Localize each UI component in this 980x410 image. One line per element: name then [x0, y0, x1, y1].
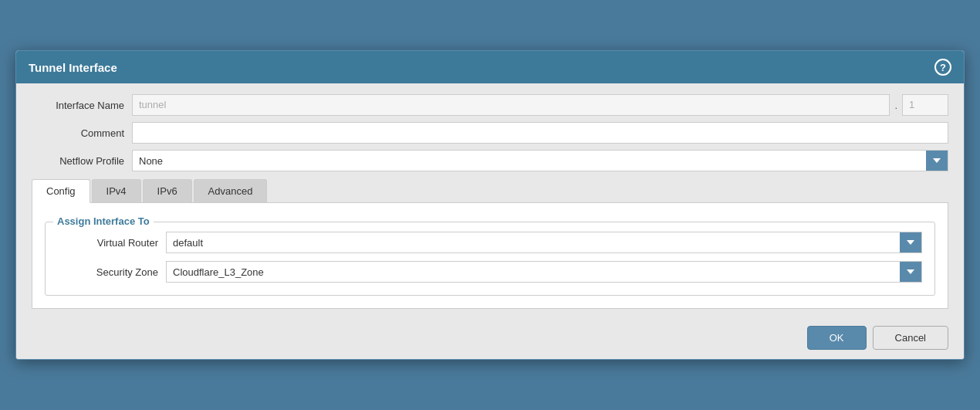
tab-config[interactable]: Config	[32, 179, 90, 203]
assign-interface-section: Assign Interface To Virtual Router defau…	[45, 222, 935, 296]
interface-name-text: tunnel	[132, 94, 890, 116]
netflow-profile-arrow[interactable]	[926, 151, 948, 171]
interface-name-wrapper: tunnel . 1	[132, 94, 948, 116]
comment-input[interactable]	[132, 122, 948, 144]
interface-number: 1	[902, 94, 948, 116]
help-icon[interactable]: ?	[934, 59, 951, 76]
security-zone-field: Cloudflare_L3_Zone	[166, 261, 922, 283]
section-legend: Assign Interface To	[53, 215, 154, 227]
netflow-profile-row: Netflow Profile None	[32, 150, 948, 171]
tabs-bar: Config IPv4 IPv6 Advanced	[32, 179, 948, 203]
security-zone-select[interactable]: Cloudflare_L3_Zone	[166, 261, 922, 283]
netflow-profile-label: Netflow Profile	[32, 155, 132, 167]
dialog-title: Tunnel Interface	[29, 61, 117, 74]
security-zone-value: Cloudflare_L3_Zone	[167, 263, 900, 282]
cancel-button[interactable]: Cancel	[873, 326, 948, 350]
security-zone-arrow[interactable]	[900, 262, 921, 282]
netflow-profile-select[interactable]: None	[132, 150, 948, 171]
security-zone-row: Security Zone Cloudflare_L3_Zone	[58, 261, 922, 283]
comment-row: Comment	[32, 122, 948, 144]
tab-content: Assign Interface To Virtual Router defau…	[32, 203, 948, 309]
dialog-footer: OK Cancel	[16, 317, 964, 359]
tab-ipv6[interactable]: IPv6	[143, 179, 192, 202]
netflow-profile-value: None	[133, 151, 926, 171]
tunnel-interface-dialog: Tunnel Interface ? Interface Name tunnel…	[15, 50, 965, 360]
netflow-profile-field: None	[132, 150, 948, 171]
interface-name-row: Interface Name tunnel . 1	[32, 94, 948, 116]
virtual-router-arrow[interactable]	[900, 232, 921, 252]
dialog-body: Interface Name tunnel . 1 Comment Netflo…	[16, 83, 964, 317]
virtual-router-select[interactable]: default	[166, 232, 922, 253]
virtual-router-label: Virtual Router	[58, 237, 166, 249]
virtual-router-row: Virtual Router default	[58, 232, 922, 253]
virtual-router-value: default	[167, 233, 900, 252]
comment-field	[132, 122, 948, 144]
virtual-router-field: default	[166, 232, 922, 253]
security-zone-label: Security Zone	[58, 266, 166, 278]
comment-label: Comment	[32, 127, 132, 139]
dialog-header: Tunnel Interface ?	[16, 51, 964, 83]
dot-separator: .	[890, 100, 902, 111]
ok-button[interactable]: OK	[807, 326, 867, 350]
tab-ipv4[interactable]: IPv4	[92, 179, 141, 202]
tab-advanced[interactable]: Advanced	[194, 179, 268, 202]
interface-name-label: Interface Name	[32, 100, 132, 111]
